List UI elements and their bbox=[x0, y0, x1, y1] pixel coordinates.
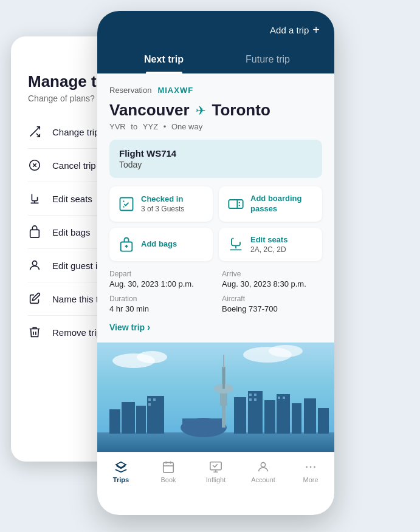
svg-rect-35 bbox=[254, 394, 256, 396]
phone-card: Add a trip + Next trip Future trip Reser… bbox=[97, 11, 334, 515]
plane-route-icon: ✈ bbox=[196, 103, 206, 118]
bottom-nav: Trips Book Inflight Account bbox=[97, 452, 334, 493]
action-cell-boarding-passes[interactable]: Add boarding passes bbox=[219, 186, 322, 222]
add-trip-button[interactable]: Add a trip + bbox=[270, 23, 320, 37]
svg-rect-32 bbox=[153, 398, 156, 401]
account-nav-label: Account bbox=[251, 476, 275, 483]
inflight-nav-label: Inflight bbox=[206, 476, 225, 483]
add-trip-label: Add a trip bbox=[270, 25, 309, 35]
svg-point-43 bbox=[306, 466, 308, 468]
nav-item-inflight[interactable]: Inflight bbox=[192, 457, 239, 486]
bag-icon bbox=[28, 225, 41, 239]
add-trip-row: Add a trip + bbox=[112, 23, 320, 47]
nav-item-account[interactable]: Account bbox=[239, 457, 287, 486]
more-nav-icon bbox=[303, 460, 318, 474]
svg-rect-38 bbox=[278, 397, 280, 399]
tabs-row: Next trip Future trip bbox=[112, 47, 320, 73]
svg-point-44 bbox=[310, 466, 312, 468]
trash-icon bbox=[28, 326, 41, 339]
svg-rect-14 bbox=[122, 402, 135, 434]
svg-rect-37 bbox=[254, 398, 256, 401]
nav-item-book[interactable]: Book bbox=[145, 457, 192, 486]
boarding-icon bbox=[227, 196, 244, 213]
svg-point-2 bbox=[32, 261, 36, 265]
origin-city: Vancouver bbox=[109, 101, 190, 120]
action-cell-edit-seats[interactable]: Edit seats 2A, 2C, 2D bbox=[219, 228, 322, 261]
add-bags-label: Add bags bbox=[141, 239, 177, 250]
svg-rect-29 bbox=[304, 398, 316, 434]
tab-future-trip[interactable]: Future trip bbox=[216, 47, 320, 73]
svg-rect-24 bbox=[234, 397, 246, 434]
svg-rect-30 bbox=[318, 408, 329, 434]
reservation-code: MIAXWF bbox=[157, 86, 193, 95]
svg-rect-22 bbox=[222, 367, 225, 389]
duration-block: Duration 4 hr 30 min bbox=[109, 295, 210, 313]
svg-rect-31 bbox=[148, 398, 151, 401]
book-nav-label: Book bbox=[160, 476, 176, 483]
svg-rect-36 bbox=[249, 398, 252, 401]
edit-icon bbox=[28, 292, 41, 305]
skyline-svg bbox=[97, 343, 334, 452]
action-cell-checked-in[interactable]: Checked in 3 of 3 Guests bbox=[109, 186, 213, 222]
action-grid: Checked in 3 of 3 Guests Add boarding pa… bbox=[109, 186, 322, 261]
seat-icon bbox=[28, 192, 41, 205]
checkin-icon bbox=[118, 196, 135, 213]
tab-next-trip[interactable]: Next trip bbox=[112, 47, 216, 73]
user-icon bbox=[28, 259, 41, 272]
shuffle-icon bbox=[28, 125, 41, 138]
svg-rect-13 bbox=[109, 409, 120, 434]
svg-rect-1 bbox=[30, 230, 40, 237]
nav-item-more[interactable]: More bbox=[287, 457, 334, 486]
aircraft-value: Boeing 737-700 bbox=[222, 304, 322, 313]
screen-nav-icon bbox=[208, 460, 223, 474]
edit-seats-label: Edit seats bbox=[250, 235, 287, 245]
depart-label: Depart bbox=[109, 270, 210, 278]
reservation-row: Reservation MIAXWF bbox=[109, 86, 322, 95]
svg-point-45 bbox=[314, 466, 315, 468]
chevron-right-icon: › bbox=[147, 322, 150, 333]
svg-rect-33 bbox=[148, 403, 151, 406]
svg-rect-15 bbox=[136, 406, 146, 434]
arrive-block: Arrive Aug. 30, 2023 8:30 p.m. bbox=[222, 270, 322, 288]
action-cell-add-bags[interactable]: Add bags bbox=[109, 228, 213, 261]
view-trip-link[interactable]: View trip › bbox=[109, 322, 322, 333]
flight-box: Flight WS714 Today bbox=[109, 140, 322, 178]
svg-rect-40 bbox=[164, 462, 174, 472]
depart-value: Aug. 30, 2023 1:00 p.m. bbox=[109, 279, 210, 288]
seat-action-icon bbox=[227, 236, 244, 253]
more-nav-label: More bbox=[303, 476, 318, 483]
svg-point-11 bbox=[269, 345, 303, 357]
svg-rect-39 bbox=[283, 397, 285, 399]
nav-item-trips[interactable]: Trips bbox=[97, 457, 145, 486]
svg-rect-23 bbox=[223, 355, 224, 368]
phone-header: Add a trip + Next trip Future trip bbox=[97, 11, 334, 73]
checked-in-sub: 3 of 3 Guests bbox=[141, 205, 184, 213]
x-circle-icon bbox=[28, 159, 41, 172]
svg-rect-28 bbox=[292, 403, 301, 434]
svg-point-9 bbox=[137, 351, 167, 363]
view-trip-label: View trip bbox=[109, 322, 145, 332]
svg-rect-4 bbox=[229, 200, 243, 208]
aircraft-block: Aircraft Boeing 737-700 bbox=[222, 295, 322, 313]
flight-number: Flight WS714 bbox=[119, 148, 312, 159]
calendar-nav-icon bbox=[161, 460, 176, 474]
depart-block: Depart Aug. 30, 2023 1:00 p.m. bbox=[109, 270, 210, 288]
route-sub: YVR to YYZ • One way bbox=[109, 122, 322, 131]
svg-rect-25 bbox=[248, 391, 263, 434]
svg-rect-16 bbox=[147, 396, 164, 434]
city-image bbox=[97, 343, 334, 452]
checked-in-label: Checked in bbox=[141, 194, 184, 205]
flight-details: Depart Aug. 30, 2023 1:00 p.m. Arrive Au… bbox=[109, 270, 322, 313]
aircraft-label: Aircraft bbox=[222, 295, 322, 303]
trips-nav-label: Trips bbox=[113, 476, 129, 483]
arrive-label: Arrive bbox=[222, 270, 322, 278]
svg-point-42 bbox=[261, 462, 265, 466]
route-row: Vancouver ✈ Toronto bbox=[109, 101, 322, 120]
plus-icon: + bbox=[312, 23, 320, 37]
trip-section: Reservation MIAXWF Vancouver ✈ Toronto Y… bbox=[97, 73, 334, 343]
svg-point-6 bbox=[232, 238, 233, 239]
arrive-value: Aug. 30, 2023 8:30 p.m. bbox=[222, 279, 322, 288]
plane-nav-icon bbox=[114, 460, 128, 474]
boarding-passes-label: Add boarding passes bbox=[250, 194, 314, 214]
reservation-label: Reservation bbox=[109, 86, 151, 95]
